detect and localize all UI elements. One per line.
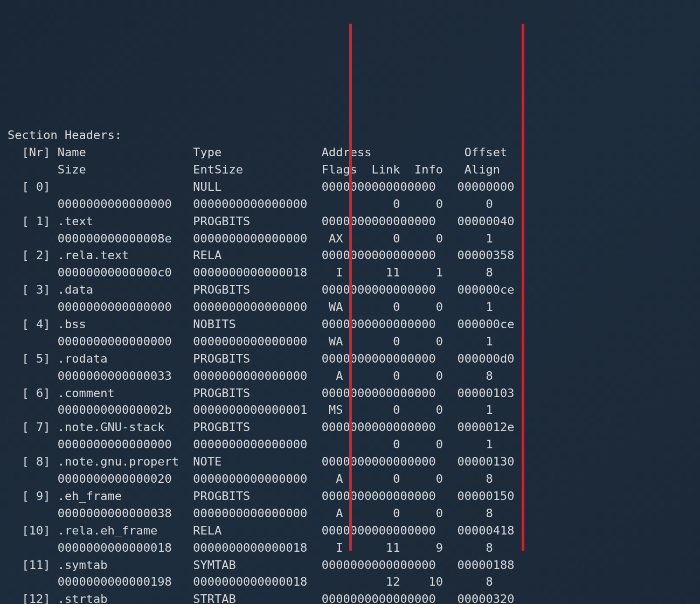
section-row-4-line2: 0000000000000000 0000000000000000 WA 0 0…	[8, 335, 493, 348]
section-row-1-line1: [ 1] .text PROGBITS 0000000000000000 000…	[8, 214, 514, 228]
section-row-6-line1: [ 6] .comment PROGBITS 0000000000000000 …	[8, 386, 514, 400]
section-row-10-line2: 0000000000000018 0000000000000018 I 11 9…	[8, 541, 493, 554]
section-row-3-line2: 0000000000000000 0000000000000000 WA 0 0…	[8, 300, 493, 314]
title: Section Headers:	[8, 128, 122, 142]
section-row-11-line2: 0000000000000198 0000000000000018 12 10 …	[8, 575, 493, 588]
section-row-4-line1: [ 4] .bss NOBITS 0000000000000000 000000…	[8, 317, 514, 331]
section-row-5-line1: [ 5] .rodata PROGBITS 0000000000000000 0…	[8, 352, 514, 365]
highlight-line-offset	[522, 24, 524, 551]
header-row-2: Size EntSize Flags Link Info Align	[8, 163, 500, 176]
header-row-1: [Nr] Name Type Address Offset	[8, 145, 522, 159]
section-row-7-line1: [ 7] .note.GNU-stack PROGBITS 0000000000…	[8, 420, 514, 434]
section-row-11-line1: [11] .symtab SYMTAB 0000000000000000 000…	[8, 558, 514, 572]
section-row-3-line1: [ 3] .data PROGBITS 0000000000000000 000…	[8, 283, 514, 296]
section-row-0-line1: [ 0] NULL 0000000000000000 00000000	[8, 180, 514, 193]
section-row-2-line1: [ 2] .rela.text RELA 0000000000000000 00…	[8, 248, 514, 262]
section-row-5-line2: 0000000000000033 0000000000000000 A 0 0 …	[8, 369, 493, 383]
highlight-line-address	[349, 24, 352, 551]
section-row-10-line1: [10] .rela.eh_frame RELA 000000000000000…	[8, 524, 514, 537]
section-row-9-line1: [ 9] .eh_frame PROGBITS 0000000000000000…	[8, 489, 514, 503]
section-row-0-line2: 0000000000000000 0000000000000000 0 0 0	[8, 197, 493, 211]
section-row-8-line1: [ 8] .note.gnu.propert NOTE 000000000000…	[8, 455, 514, 468]
section-row-12-line1: [12] .strtab STRTAB 0000000000000000 000…	[8, 592, 514, 604]
section-row-2-line2: 00000000000000c0 0000000000000018 I 11 1…	[8, 266, 493, 279]
section-row-1-line2: 000000000000008e 0000000000000000 AX 0 0…	[8, 232, 493, 245]
section-row-9-line2: 0000000000000038 0000000000000000 A 0 0 …	[8, 506, 493, 520]
section-row-8-line2: 0000000000000020 0000000000000000 A 0 0 …	[8, 472, 493, 485]
section-row-7-line2: 0000000000000000 0000000000000000 0 0 1	[8, 438, 493, 451]
section-row-6-line2: 000000000000002b 0000000000000001 MS 0 0…	[8, 403, 493, 416]
